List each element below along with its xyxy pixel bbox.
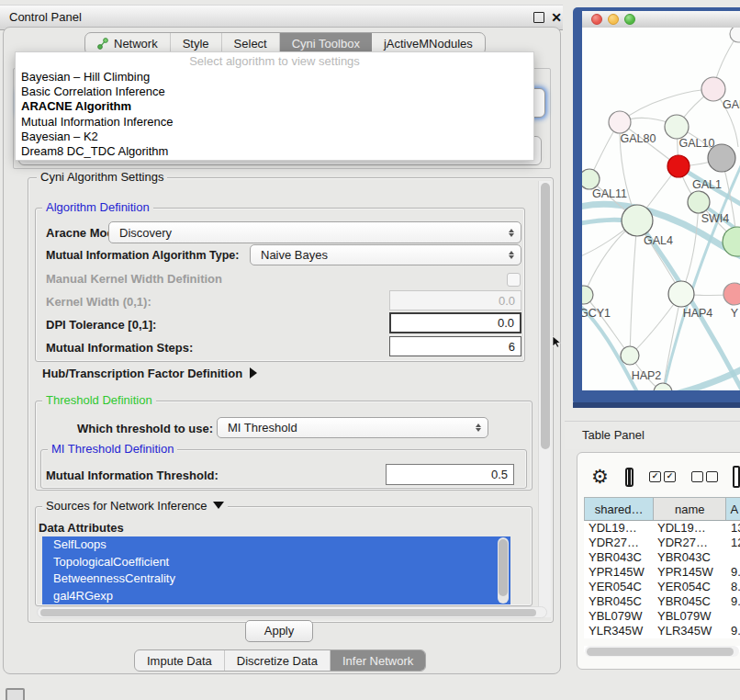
table-horizontal-scrollbar[interactable] [585, 646, 739, 657]
algorithm-option[interactable]: Bayesian – K2 [16, 130, 533, 144]
node-table: shared…nameA YDL19…YDL19…13YDR27…YDR27…1… [584, 497, 740, 652]
settings-vertical-scrollbar-thumb[interactable] [541, 183, 550, 449]
which-threshold-combo[interactable]: MI Threshold [217, 417, 488, 438]
float-window-icon[interactable] [533, 12, 544, 23]
data-attributes-list[interactable]: SelfLoopsTopologicalCoefficientBetweenne… [42, 536, 510, 604]
mi-threshold-value: 0.5 [491, 468, 508, 481]
mouse-cursor [553, 336, 562, 348]
network-edge[interactable] [620, 89, 713, 122]
combo-stepper [476, 418, 481, 437]
dpi-tolerance-field[interactable]: 0.0 [389, 312, 521, 333]
table-cell: YBR045C [654, 594, 727, 609]
attribute-item[interactable]: TopologicalCoefficient [42, 554, 510, 571]
minimized-panel-icon[interactable] [6, 688, 25, 700]
dpi-tolerance-value: 0.0 [498, 316, 514, 330]
attribute-item[interactable]: gal4RGexp [42, 588, 510, 605]
unchecked-pair-icon[interactable] [691, 471, 718, 482]
algorithm-option[interactable]: Bayesian – Hill Climbing [16, 70, 533, 85]
network-edge[interactable] [584, 295, 630, 356]
data-attributes-label: Data Attributes [39, 521, 124, 535]
manual-kernel-checkbox[interactable] [507, 273, 521, 287]
network-canvas[interactable]: GALGAL80GAL10GAL1GAL11SWI4GAL4GCY1HAP4YH… [582, 28, 740, 390]
kernel-width-field[interactable]: 0.0 [389, 290, 521, 310]
algorithm-option[interactable]: Dream8 DC_TDC Algorithm [16, 144, 533, 159]
network-node[interactable] [730, 28, 740, 42]
settings-horizontal-scrollbar[interactable] [37, 606, 547, 618]
algorithm-placeholder: Select algorithm to view settings [16, 52, 533, 70]
table-row[interactable]: YDL19…YDL19…13 [584, 521, 740, 536]
attribute-item[interactable]: SelfLoops [42, 536, 510, 554]
node-label: GAL80 [621, 132, 656, 145]
mi-type-combo[interactable]: Naive Bayes [250, 244, 521, 265]
network-window-titlebar[interactable] [582, 11, 740, 28]
bottom-tab-infer-network[interactable]: Infer Network [331, 650, 425, 671]
bottom-tab-discretize-data[interactable]: Discretize Data [225, 650, 331, 671]
node-label: Y [731, 307, 739, 320]
table-row[interactable]: YPR145WYPR145W9. [584, 565, 740, 580]
attributes-scrollbar[interactable] [498, 537, 509, 604]
table-cell: YBR043C [654, 550, 727, 565]
screen: Control Panel ✕ NetworkStyleSelectCyni T… [0, 0, 740, 700]
network-node[interactable] [622, 205, 653, 236]
gear-icon[interactable]: ⚙ [591, 466, 609, 488]
network-graph[interactable]: GALGAL80GAL10GAL1GAL11SWI4GAL4GCY1HAP4YH… [582, 28, 740, 390]
mi-threshold-label: Mutual Information Threshold: [46, 469, 219, 482]
network-node[interactable] [665, 115, 689, 139]
table-row[interactable]: YER054CYER054C8. [584, 580, 740, 594]
mi-threshold-field[interactable]: 0.5 [386, 464, 514, 485]
settings-vertical-scrollbar[interactable] [538, 181, 551, 617]
table-horizontal-scrollbar-thumb[interactable] [587, 648, 734, 656]
attributes-scrollbar-thumb[interactable] [499, 539, 508, 596]
network-node[interactable] [609, 111, 631, 133]
bottom-tab-impute-data[interactable]: Impute Data [135, 650, 225, 671]
column-header[interactable]: A [726, 498, 740, 520]
table-row[interactable]: YBL079WYBL079W [584, 609, 740, 624]
algorithm-list: Bayesian – Hill ClimbingBasic Correlatio… [16, 70, 533, 159]
table-row[interactable]: YBR043CYBR043C [584, 550, 740, 565]
network-node[interactable] [723, 227, 740, 256]
table-cell: YPR145W [584, 565, 654, 580]
close-icon[interactable]: ✕ [549, 8, 564, 27]
table-row[interactable]: YLR345WYLR345W9. [584, 624, 740, 638]
checked-pair-icon[interactable]: ✓✓ [649, 471, 676, 482]
kernel-width-label: Kernel Width (0,1): [46, 295, 151, 309]
mi-steps-field[interactable]: 6 [389, 336, 521, 356]
mi-type-label: Mutual Information Algorithm Type: [46, 249, 239, 262]
zoom-traffic-light-icon[interactable] [624, 14, 635, 25]
split-columns-icon[interactable] [625, 468, 633, 487]
network-node[interactable] [582, 286, 593, 304]
close-traffic-light-icon[interactable] [591, 14, 602, 25]
settings-horizontal-scrollbar-thumb[interactable] [40, 609, 536, 616]
document-icon[interactable] [733, 466, 740, 488]
column-header[interactable]: name [654, 498, 726, 520]
network-node[interactable] [688, 191, 710, 213]
algorithm-option[interactable]: Mutual Information Inference [16, 115, 533, 130]
network-node[interactable] [667, 155, 690, 177]
aracne-mode-combo[interactable]: Discovery [108, 221, 521, 243]
network-node[interactable] [621, 346, 639, 365]
table-cell: YER054C [654, 580, 727, 594]
table-row[interactable]: YDR27…YDR27…12 [584, 536, 740, 550]
algorithm-option[interactable]: Basic Correlation Inference [16, 85, 533, 99]
minimize-traffic-light-icon[interactable] [608, 14, 619, 25]
column-header[interactable]: shared… [585, 498, 654, 520]
table-cell: YDR27… [654, 536, 727, 550]
network-node[interactable] [723, 283, 740, 305]
algorithm-option[interactable]: ARACNE Algorithm [16, 99, 533, 114]
table-cell: YBR045C [584, 594, 654, 609]
table-row[interactable]: YBR045CYBR045C9. [584, 594, 740, 609]
table-toolbar: ⚙ ✓✓ [584, 459, 740, 494]
network-node[interactable] [654, 383, 672, 390]
network-edge[interactable] [630, 220, 637, 356]
network-node[interactable] [668, 281, 694, 307]
sources-title[interactable]: Sources for Network Inference [42, 500, 228, 513]
attribute-item[interactable]: BetweennessCentrality [42, 570, 510, 588]
node-label: HAP2 [632, 369, 662, 382]
hub-definition-toggle[interactable]: Hub/Transcription Factor Definition [42, 367, 257, 380]
combo-stepper [509, 245, 514, 265]
table-cell: 13 [727, 521, 740, 536]
apply-button[interactable]: Apply [245, 620, 313, 642]
network-node[interactable] [582, 169, 600, 189]
network-edge[interactable] [663, 294, 681, 390]
table-cell: 9. [727, 565, 740, 580]
